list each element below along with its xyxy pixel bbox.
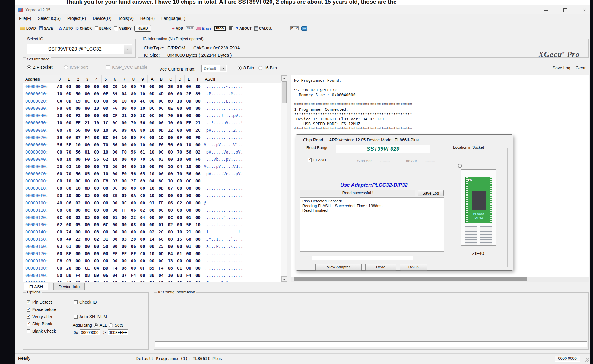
hex-byte[interactable]: 00 <box>148 119 157 126</box>
hex-byte[interactable]: 00 <box>83 221 93 228</box>
hex-byte[interactable]: 70 <box>102 163 111 170</box>
hex-byte[interactable]: 00 <box>83 141 93 148</box>
vcc-dropdown-button[interactable] <box>220 65 226 71</box>
hex-byte[interactable]: 0C <box>74 177 83 185</box>
hex-byte[interactable]: BC <box>102 134 111 141</box>
hex-byte[interactable]: 0D <box>74 192 83 199</box>
hex-byte[interactable]: 04 <box>92 264 102 272</box>
hex-byte[interactable]: 64 <box>176 163 185 170</box>
read-button[interactable]: READ <box>134 25 151 32</box>
radio-icon[interactable] <box>258 66 262 70</box>
close-button[interactable] <box>579 5 591 14</box>
scroll-down-icon[interactable] <box>281 276 287 282</box>
hex-byte[interactable]: 00 <box>148 163 157 170</box>
hex-byte[interactable]: 70 <box>65 148 74 156</box>
hex-byte[interactable]: 06 <box>129 207 139 214</box>
hex-byte[interactable]: 2E <box>185 90 194 97</box>
hex-byte[interactable]: 00 <box>194 185 203 192</box>
hex-byte[interactable]: EE <box>74 119 83 126</box>
hex-byte[interactable]: 4D <box>157 90 166 97</box>
view-adapter-button[interactable]: View Adapter <box>315 264 362 271</box>
hex-byte[interactable]: F0 <box>120 170 129 177</box>
hex-byte[interactable]: C0 <box>111 83 120 90</box>
hex-byte[interactable]: 03 <box>176 279 185 282</box>
hex-byte[interactable]: 00 <box>176 119 185 126</box>
hex-byte[interactable]: 10 <box>176 228 185 236</box>
hex-byte[interactable]: 00 <box>83 163 93 170</box>
ram-button[interactable]: RAM <box>186 26 194 30</box>
checkbox-icon[interactable] <box>27 329 30 333</box>
hex-byte[interactable]: 80 <box>166 97 176 105</box>
hex-byte[interactable]: 00 <box>74 250 83 257</box>
bits8-radio[interactable]: 8 Bits <box>238 65 254 70</box>
hex-byte[interactable]: 0D <box>176 177 185 185</box>
hex-byte[interactable]: 10 <box>148 148 157 156</box>
hex-byte[interactable]: 00 <box>194 264 203 272</box>
hex-byte[interactable]: 02 <box>55 221 65 228</box>
hex-byte[interactable]: F2 <box>74 112 83 119</box>
hex-byte[interactable]: 05 <box>157 279 166 282</box>
save-log-link[interactable]: Save Log <box>553 65 570 70</box>
hex-byte[interactable]: 00 <box>102 199 111 207</box>
hex-byte[interactable]: 0C <box>120 199 129 207</box>
hex-byte[interactable]: 6C <box>102 221 111 228</box>
hex-byte[interactable]: 60 <box>157 236 166 243</box>
hex-byte[interactable]: CF <box>111 112 120 119</box>
hex-byte[interactable]: 80 <box>55 192 65 199</box>
hex-byte[interactable]: 00 <box>129 156 139 163</box>
hex-byte[interactable]: 00 <box>157 83 166 90</box>
hex-byte[interactable]: 56 <box>176 112 185 119</box>
auto-sn-num-checkbox[interactable]: Auto SN_NUM <box>74 313 107 320</box>
hex-byte[interactable]: 03 <box>55 243 65 250</box>
hex-byte[interactable]: 50 <box>74 90 83 97</box>
hex-byte[interactable]: 70 <box>65 127 74 134</box>
hex-byte[interactable]: 00 <box>65 119 74 126</box>
hex-byte[interactable]: 10 <box>102 127 111 134</box>
hex-byte[interactable]: F8 <box>55 105 65 112</box>
load-button[interactable]: LOAD <box>20 27 36 30</box>
hex-byte[interactable]: 0C <box>111 185 120 192</box>
hex-byte[interactable]: 89 <box>120 192 129 199</box>
back-button[interactable]: BACK <box>400 264 427 271</box>
hex-byte[interactable]: 00 <box>166 279 176 282</box>
hex-byte[interactable]: 00 <box>194 250 203 257</box>
hex-byte[interactable]: 10 <box>65 156 74 163</box>
hex-byte[interactable]: C0 <box>138 250 148 257</box>
hex-byte[interactable]: 10 <box>74 185 83 192</box>
hex-byte[interactable]: 0C <box>166 214 176 221</box>
hex-byte[interactable]: 10 <box>148 185 157 192</box>
hex-byte[interactable]: 00 <box>129 141 139 148</box>
hex-byte[interactable]: 00 <box>176 192 185 199</box>
hex-byte[interactable]: 00 <box>55 236 65 243</box>
hex-byte[interactable]: 0D <box>157 250 166 257</box>
hex-byte[interactable]: 00 <box>74 207 83 214</box>
hex-byte[interactable]: 00 <box>185 127 194 134</box>
hex-byte[interactable]: 04 <box>138 214 148 221</box>
checkbox-icon[interactable] <box>27 308 30 312</box>
hex-byte[interactable]: 00 <box>120 141 129 148</box>
hex-byte[interactable]: FE <box>157 199 166 207</box>
log-horizontal-scrollbar[interactable] <box>291 277 589 282</box>
hex-byte[interactable]: 00 <box>92 112 102 119</box>
hex-byte[interactable]: 00 <box>65 221 74 228</box>
icsp-vcc-checkbox[interactable]: ICSP_VCC Enable <box>106 65 147 70</box>
hex-byte[interactable]: 00 <box>83 228 93 236</box>
hex-byte[interactable]: 00 <box>102 207 111 214</box>
menu-item-project[interactable]: Project(P) <box>64 14 89 22</box>
hex-byte[interactable]: 0D <box>148 90 157 97</box>
hex-byte[interactable]: 10 <box>148 250 157 257</box>
hex-byte[interactable]: BD <box>129 134 139 141</box>
hex-byte[interactable]: F4 <box>157 264 166 272</box>
clear-link[interactable]: Clear <box>576 65 585 70</box>
hex-byte[interactable]: 10 <box>55 90 65 97</box>
hex-byte[interactable]: C9 <box>74 97 83 105</box>
check-id-checkbox[interactable]: Check ID <box>74 299 97 306</box>
hex-byte[interactable]: 0F <box>138 264 148 272</box>
hex-byte[interactable]: 00 <box>176 105 185 112</box>
hex-byte[interactable]: 10 <box>74 141 83 148</box>
hex-byte[interactable]: 5F <box>65 141 74 148</box>
hex-byte[interactable]: 0E <box>166 105 176 112</box>
hex-byte[interactable]: 56 <box>92 156 102 163</box>
hex-byte[interactable]: 00 <box>120 105 129 112</box>
hex-byte[interactable]: 20 <box>129 112 139 119</box>
